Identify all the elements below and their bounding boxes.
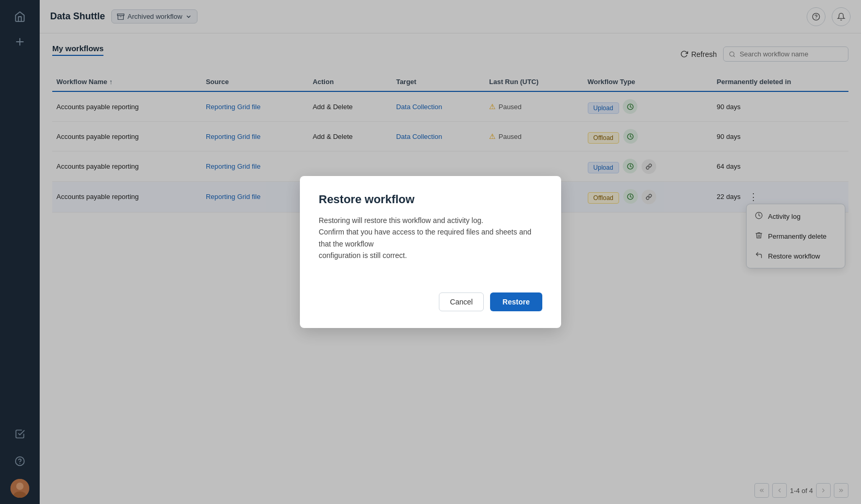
modal-actions: Cancel Restore bbox=[319, 292, 542, 311]
modal-overlay: Restore workflow Restoring will restore … bbox=[0, 0, 861, 504]
modal-title: Restore workflow bbox=[319, 193, 542, 206]
cancel-button[interactable]: Cancel bbox=[439, 292, 484, 311]
modal-body: Restoring will restore this workflow and… bbox=[319, 215, 542, 262]
restore-button[interactable]: Restore bbox=[490, 292, 542, 311]
restore-workflow-modal: Restore workflow Restoring will restore … bbox=[300, 176, 561, 329]
